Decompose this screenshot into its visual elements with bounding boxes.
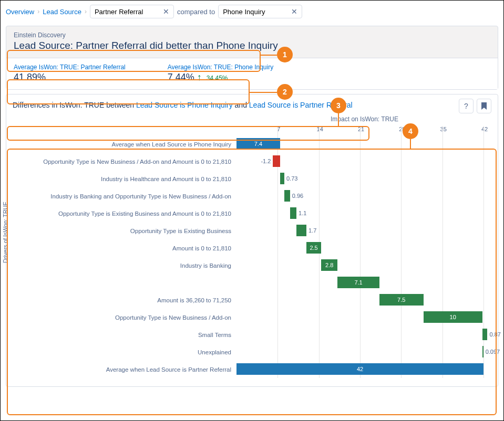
callout-2: 2	[277, 84, 293, 100]
stat-phone-inquiry: Average IsWon: TRUE: Phone Inquiry 7.44%…	[168, 64, 273, 83]
chart-bar[interactable]: 7.4	[236, 138, 280, 150]
breadcrumb-overview[interactable]: Overview	[6, 8, 34, 16]
chart-row: Average when Lead Source is Partner Refe…	[27, 361, 491, 378]
summary-stats: Average IsWon: TRUE: Partner Referral 41…	[6, 58, 498, 89]
breadcrumb: Overview › Lead Source › Partner Referra…	[1, 1, 503, 23]
chart-row-label: Opportunity Type is Existing Business	[27, 228, 236, 234]
callout-line-4	[410, 139, 411, 149]
breadcrumb-lead-source[interactable]: Lead Source	[43, 8, 81, 16]
differences-title: Differences in IsWon: TRUE between Lead …	[13, 101, 491, 109]
chart-bar-value: 2.5	[310, 245, 317, 251]
callout-line-1	[261, 55, 277, 56]
diff-link-phone[interactable]: Lead Source is Phone Inquiry	[136, 101, 233, 109]
chart-row-bar-area: 1.7	[236, 222, 491, 239]
chart-row-bar-area: 7.5	[236, 291, 491, 309]
chart-rows: Average when Lead Source is Phone Inquir…	[27, 135, 491, 378]
chart-row-bar-area: 0.96	[236, 187, 491, 205]
chart-row-label: Opportunity Type is New Business / Add-o…	[27, 159, 236, 165]
chart-bar-value: 0.097	[486, 349, 500, 355]
chart-bar[interactable]: 2.8	[321, 259, 337, 271]
bookmark-button[interactable]	[477, 99, 491, 113]
close-icon[interactable]: ✕	[291, 7, 297, 16]
callout-line-2	[250, 92, 277, 93]
chart-row-label: Industry is Banking	[27, 262, 236, 269]
chart-row: 7.1	[27, 274, 491, 291]
chart-row: Amount is 36,260 to 71,2507.5	[27, 291, 491, 309]
chart-bar[interactable]: 0.73	[280, 173, 284, 184]
stat-value-number: 7.44%	[168, 72, 194, 82]
filter-pill-label: Phone Inquiry	[223, 8, 265, 16]
chevron-right-icon: ›	[85, 8, 87, 15]
stat-value: 41.89%	[14, 72, 126, 83]
chart-bar[interactable]: 0.96	[284, 190, 290, 202]
chart-row-label: Unexplained	[27, 349, 236, 355]
chart-bar[interactable]: 0.097	[482, 346, 484, 357]
chart-row-label: Average when Lead Source is Partner Refe…	[27, 366, 236, 373]
summary-header: Einstein Discovery Lead Source: Partner …	[6, 26, 498, 58]
chart-row-label: Small Terms	[27, 332, 236, 338]
waterfall-chart: Impact on IsWon: TRUE Drivers of IsWon: …	[13, 115, 491, 378]
chart-bar-value: 42	[357, 366, 363, 372]
callout-4: 4	[403, 123, 418, 139]
bookmark-icon	[481, 102, 487, 110]
chart-x-ticks: 71421283542	[238, 126, 491, 135]
chart-bar-value: 0.73	[286, 175, 297, 182]
chart-row: Industry is Banking and Opportunity Type…	[27, 187, 491, 205]
chart-bar[interactable]: 7.1	[337, 277, 379, 288]
filter-pill-primary[interactable]: Partner Referral ✕	[90, 5, 174, 18]
x-tick: 21	[358, 126, 364, 132]
chart-row-label: Industry is Banking and Opportunity Type…	[27, 193, 236, 199]
diff-mid: and	[233, 101, 249, 109]
chart-y-title: Drivers of IsWon: TRUE	[2, 202, 8, 263]
panel-actions: ?	[459, 99, 491, 113]
callout-3: 3	[331, 98, 346, 113]
chart-bar-value: 10	[450, 314, 456, 320]
filter-pill-secondary[interactable]: Phone Inquiry ✕	[218, 5, 302, 18]
chart-row-bar-area: 42	[236, 361, 491, 378]
filter-pill-label: Partner Referral	[95, 8, 143, 16]
summary-panel: Einstein Discovery Lead Source: Partner …	[6, 26, 498, 90]
chart-bar-value: 7.5	[397, 297, 405, 303]
arrow-up-icon: ↑	[197, 72, 202, 82]
chart-row: Opportunity Type is New Business / Add-o…	[27, 153, 491, 170]
chart-row: Industry is Banking2.8	[27, 257, 491, 274]
chart-row-bar-area: 1.1	[236, 205, 491, 222]
chart-bar-value: 7.1	[354, 279, 362, 286]
stat-delta: 34.45%	[207, 75, 228, 82]
chart-row-bar-area: 0.73	[236, 170, 491, 187]
chart-bar[interactable]: 1.1	[290, 207, 296, 219]
chart-bar[interactable]: 2.5	[306, 242, 321, 254]
compared-to-label: compared to	[177, 8, 215, 16]
x-tick: 42	[481, 126, 488, 132]
chart-bar[interactable]: 1.7	[296, 225, 306, 236]
help-button[interactable]: ?	[459, 99, 474, 113]
chart-bar[interactable]: 10	[424, 311, 482, 323]
einstein-label: Einstein Discovery	[14, 31, 490, 39]
chart-row-label: Industry is Healthcare and Amount is 0 t…	[27, 176, 236, 182]
x-tick: 35	[440, 126, 447, 132]
chart-bar[interactable]: -1.2	[273, 155, 280, 167]
close-icon[interactable]: ✕	[163, 7, 169, 16]
chart-row-bar-area: 2.5	[236, 239, 491, 257]
chart-row-bar-area: 10	[236, 309, 491, 326]
chart-row-label: Amount is 0 to 21,810	[27, 245, 236, 251]
chart-row-label: Amount is 36,260 to 71,250	[27, 297, 236, 303]
chart-row-bar-area: 7.4	[236, 135, 491, 153]
differences-panel: ? Differences in IsWon: TRUE between Lea…	[6, 94, 498, 387]
chart-row: Small Terms0.87	[27, 326, 491, 343]
chart-row-bar-area: 2.8	[236, 257, 491, 274]
chart-row: Amount is 0 to 21,8102.5	[27, 239, 491, 257]
chart-bar-value: 1.1	[299, 210, 306, 216]
chart-bar[interactable]: 0.87	[482, 329, 488, 340]
diff-prefix: Differences in IsWon: TRUE between	[13, 101, 136, 109]
chart-row: Unexplained0.097	[27, 343, 491, 361]
callout-1: 1	[277, 47, 293, 62]
chart-x-title: Impact on IsWon: TRUE	[238, 115, 491, 123]
chart-row: Opportunity Type is New Business / Add-o…	[27, 309, 491, 326]
chart-row-bar-area: 0.87	[236, 326, 491, 343]
chart-row-bar-area: -1.2	[236, 153, 491, 170]
chart-bar[interactable]: 7.5	[379, 294, 424, 306]
chart-row: Industry is Healthcare and Amount is 0 t…	[27, 170, 491, 187]
chart-row: Opportunity Type is Existing Business1.7	[27, 222, 491, 239]
chart-bar[interactable]: 42	[236, 363, 484, 375]
